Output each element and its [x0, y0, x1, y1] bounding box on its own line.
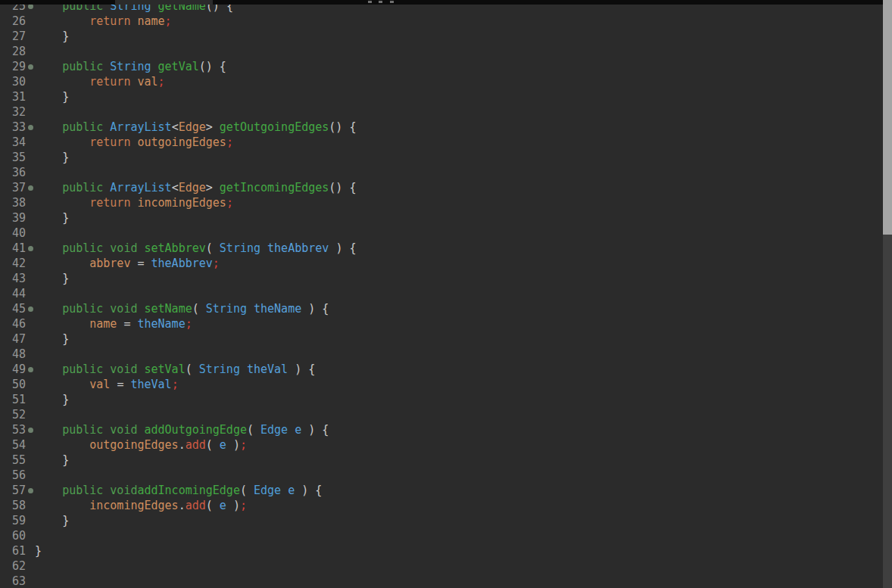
gutter-spacer — [26, 316, 35, 331]
code-text: public void setName( String theName ) { — [35, 301, 329, 316]
code-line: 33 public ArrayList<Edge> getOutgoingEdg… — [0, 120, 883, 135]
code-line: 45 public void setName( String theName )… — [0, 301, 883, 316]
code-line: 48 — [0, 347, 883, 362]
line-number[interactable]: 29 — [0, 59, 26, 74]
gutter-spacer — [26, 347, 35, 362]
gutter-spacer — [26, 392, 35, 407]
code-text: val = theVal; — [35, 377, 179, 392]
vertical-scrollbar[interactable] — [883, 0, 892, 588]
gutter-spacer — [26, 453, 35, 468]
line-number[interactable]: 26 — [0, 14, 26, 29]
gutter-spacer — [26, 150, 35, 165]
method-marker-icon[interactable] — [26, 483, 35, 498]
code-text: } — [35, 543, 42, 558]
line-number[interactable]: 43 — [0, 271, 26, 286]
active-tab[interactable] — [115, 0, 213, 5]
line-number[interactable]: 57 — [0, 483, 26, 498]
code-line: 30 return val; — [0, 74, 883, 89]
code-line: 37 public ArrayList<Edge> getIncomingEdg… — [0, 180, 883, 195]
line-number[interactable]: 41 — [0, 241, 26, 256]
method-marker-icon[interactable] — [26, 59, 35, 74]
line-number[interactable]: 38 — [0, 195, 26, 210]
line-number[interactable]: 60 — [0, 528, 26, 543]
line-number[interactable]: 58 — [0, 498, 26, 513]
gutter-spacer — [26, 44, 35, 59]
gutter-spacer — [26, 543, 35, 558]
code-line: 46 name = theName; — [0, 316, 883, 331]
line-number[interactable]: 62 — [0, 558, 26, 574]
code-text: } — [35, 150, 69, 165]
gutter-spacer — [26, 558, 35, 574]
line-number[interactable]: 44 — [0, 286, 26, 301]
line-number[interactable]: 40 — [0, 226, 26, 241]
method-marker-icon[interactable] — [26, 362, 35, 377]
line-number[interactable]: 61 — [0, 543, 26, 558]
code-text: public ArrayList<Edge> getOutgoingEdges(… — [35, 120, 356, 135]
code-line: 47 } — [0, 331, 883, 347]
code-text: public voidaddIncomingEdge( Edge e ) { — [35, 483, 322, 498]
code-line: 26 return name; — [0, 14, 883, 29]
line-number[interactable]: 49 — [0, 362, 26, 377]
code-line: 60 — [0, 528, 883, 543]
line-number[interactable]: 31 — [0, 89, 26, 104]
line-number[interactable]: 35 — [0, 150, 26, 165]
code-line: 49 public void setVal( String theVal ) { — [0, 362, 883, 377]
gutter-spacer — [26, 256, 35, 271]
method-marker-icon[interactable] — [26, 241, 35, 256]
line-number[interactable]: 47 — [0, 331, 26, 347]
line-number[interactable]: 51 — [0, 392, 26, 407]
line-number[interactable]: 42 — [0, 256, 26, 271]
gutter-spacer — [26, 437, 35, 453]
line-number[interactable]: 28 — [0, 44, 26, 59]
code-line: 39 } — [0, 210, 883, 226]
method-marker-icon[interactable] — [26, 180, 35, 195]
line-number[interactable]: 30 — [0, 74, 26, 89]
gutter-spacer — [26, 210, 35, 226]
line-number[interactable]: 39 — [0, 210, 26, 226]
line-number[interactable]: 45 — [0, 301, 26, 316]
line-number[interactable]: 52 — [0, 407, 26, 422]
gutter-spacer — [26, 331, 35, 347]
line-number[interactable]: 32 — [0, 104, 26, 120]
code-text: public ArrayList<Edge> getIncomingEdges(… — [35, 180, 356, 195]
code-line: 59 } — [0, 513, 883, 528]
line-number[interactable]: 56 — [0, 468, 26, 483]
method-marker-icon[interactable] — [26, 120, 35, 135]
method-marker-icon[interactable] — [26, 301, 35, 316]
method-marker-icon[interactable] — [26, 422, 35, 437]
line-number[interactable]: 55 — [0, 453, 26, 468]
code-line: 57 public voidaddIncomingEdge( Edge e ) … — [0, 483, 883, 498]
line-number[interactable]: 46 — [0, 316, 26, 331]
line-number[interactable]: 53 — [0, 422, 26, 437]
code-line: 61} — [0, 543, 883, 558]
code-line: 32 — [0, 104, 883, 120]
gutter-spacer — [26, 377, 35, 392]
line-number[interactable]: 37 — [0, 180, 26, 195]
line-number[interactable]: 34 — [0, 135, 26, 150]
code-editor[interactable]: 25 public String getName() {26 return na… — [0, 0, 883, 588]
gutter-spacer — [26, 271, 35, 286]
line-number[interactable]: 33 — [0, 120, 26, 135]
gutter-spacer — [26, 135, 35, 150]
tab-label-remnant — [379, 1, 382, 3]
line-number[interactable]: 48 — [0, 347, 26, 362]
code-line: 36 — [0, 165, 883, 180]
gutter-spacer — [26, 407, 35, 422]
line-number[interactable]: 63 — [0, 574, 26, 588]
code-line: 44 — [0, 286, 883, 301]
code-line: 41 public void setAbbrev( String theAbbr… — [0, 241, 883, 256]
tab-label-remnant — [390, 1, 394, 3]
line-number[interactable]: 59 — [0, 513, 26, 528]
code-text: return name; — [35, 14, 172, 29]
line-number[interactable]: 50 — [0, 377, 26, 392]
code-line: 40 — [0, 226, 883, 241]
line-number[interactable]: 36 — [0, 165, 26, 180]
code-line: 34 return outgoingEdges; — [0, 135, 883, 150]
scrollbar-thumb[interactable] — [883, 0, 892, 235]
line-number[interactable]: 27 — [0, 29, 26, 44]
gutter-spacer — [26, 528, 35, 543]
line-number[interactable]: 54 — [0, 437, 26, 453]
gutter-spacer — [26, 14, 35, 29]
code-line: 35 } — [0, 150, 883, 165]
code-text: incomingEdges.add( e ); — [35, 498, 247, 513]
